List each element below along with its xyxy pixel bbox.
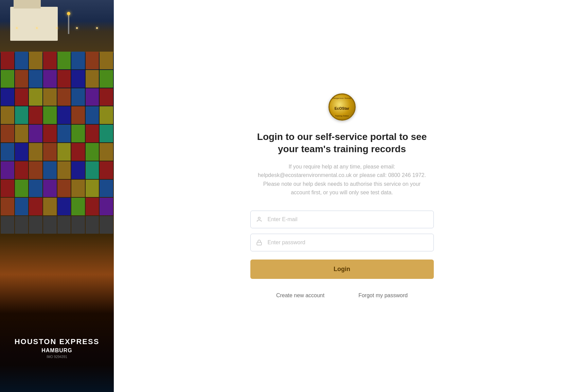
password-input[interactable]: [250, 234, 434, 251]
password-form-group: [250, 234, 434, 251]
bottom-links: Create new account Forgot my password: [276, 292, 408, 299]
login-container: Dangerous Goods EcOStar Training Online …: [250, 93, 434, 299]
ship-port: HAMBURG: [41, 348, 72, 354]
forgot-password-link[interactable]: Forgot my password: [358, 292, 408, 299]
ship-image-panel: HOUSTON EXPRESS HAMBURG IMO 9294391: [0, 0, 114, 392]
logo-arc-bottom: Training Online: [329, 115, 355, 117]
svg-rect-1: [257, 242, 262, 245]
email-form-group: [250, 211, 434, 228]
login-title: Login to our self-service portal to see …: [250, 131, 434, 156]
ship-registration: IMO 9294391: [47, 355, 67, 359]
svg-point-0: [258, 217, 260, 219]
login-subtitle: If you require help at any time, please …: [257, 162, 427, 197]
user-icon: [256, 216, 263, 223]
ship-name: HOUSTON EXPRESS: [15, 337, 100, 346]
lock-icon: [256, 239, 263, 246]
create-account-link[interactable]: Create new account: [276, 292, 324, 299]
logo-arc-top: Dangerous Goods: [329, 97, 355, 99]
login-panel: Dangerous Goods EcOStar Training Online …: [114, 0, 570, 392]
login-button[interactable]: Login: [250, 260, 434, 279]
logo-circle: Dangerous Goods EcOStar Training Online: [328, 93, 356, 121]
email-input[interactable]: [250, 211, 434, 228]
logo: Dangerous Goods EcOStar Training Online: [328, 93, 356, 121]
